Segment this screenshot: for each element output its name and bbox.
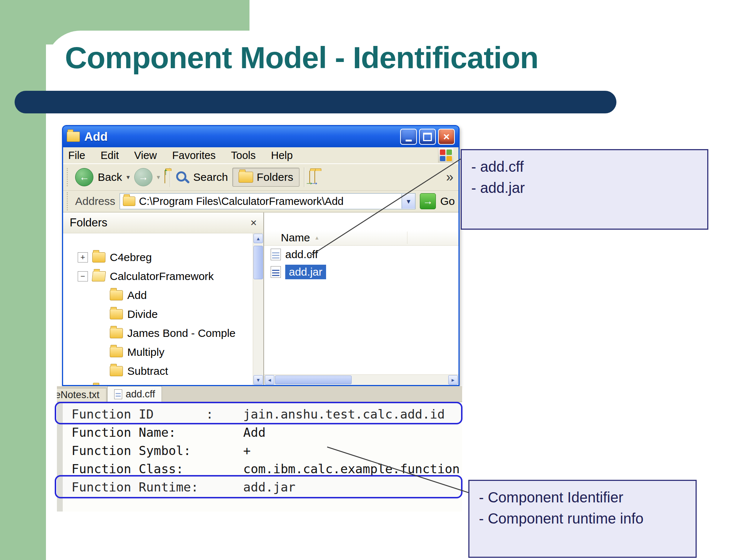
forward-dropdown-caret-icon[interactable]: ▾ — [157, 173, 160, 181]
folders-icon — [239, 172, 253, 183]
tree-item-label: C4ebreg — [110, 251, 152, 264]
tree-item-divide[interactable]: Divide — [63, 305, 253, 324]
window-titlebar[interactable]: Add × — [63, 126, 458, 147]
name-column-header[interactable]: Name ▲ — [264, 230, 458, 246]
tree-item-label: Common Files — [110, 384, 180, 385]
address-folder-icon — [123, 197, 135, 206]
tree-item-label: Add — [127, 289, 147, 302]
vertical-scrollbar[interactable]: ▲ ▼ — [253, 233, 263, 385]
toolbar: ← Back ▾ → ▾ ↑ Search Folders → → » — [63, 164, 458, 191]
tree-item-c4ebreg[interactable]: + C4ebreg — [63, 248, 253, 267]
file-name[interactable]: add.cff — [285, 248, 318, 261]
search-icon — [175, 170, 189, 184]
toolbar-overflow-chevron[interactable]: » — [446, 170, 455, 185]
scroll-right-icon: ► — [451, 377, 456, 383]
toolbar-grip — [67, 168, 69, 186]
cff-file-icon — [271, 249, 281, 260]
scroll-right-button[interactable]: ► — [448, 375, 458, 385]
slide-accent-left-bar — [0, 0, 46, 560]
page-title: Component Model - Identification — [65, 40, 538, 75]
tree-item-subtract[interactable]: Subtract — [63, 362, 253, 381]
address-input[interactable]: C:\Program Files\CalculatorFramework\Add… — [120, 193, 415, 209]
go-button-label[interactable]: Go — [440, 195, 455, 207]
document-icon — [114, 389, 122, 399]
menu-bar: File Edit View Favorites Tools Help — [63, 147, 458, 164]
search-button[interactable]: Search — [193, 171, 228, 183]
folder-icon — [110, 347, 123, 357]
folders-view-button[interactable]: Folders — [232, 168, 299, 187]
tree-item-common-files[interactable]: + Common Files — [63, 381, 253, 385]
scroll-down-icon: ▼ — [256, 377, 261, 383]
scrollbar-thumb[interactable] — [253, 246, 263, 279]
code-line-function-symbol: Function Symbol: + — [71, 442, 462, 460]
address-bar: Address C:\Program Files\CalculatorFrame… — [63, 191, 458, 213]
file-name-selected[interactable]: add.jar — [285, 265, 326, 279]
folders-pane-close-icon[interactable]: × — [250, 217, 257, 228]
callout-component: - Component Identifier - Component runti… — [468, 480, 697, 558]
window-title: Add — [84, 130, 108, 144]
windows-logo-icon — [438, 148, 453, 163]
jar-file-icon — [271, 266, 281, 278]
folders-pane-title: Folders — [70, 216, 107, 229]
menu-favorites[interactable]: Favorites — [172, 149, 216, 162]
tree-item-label: Multiply — [127, 346, 165, 358]
expand-toggle-icon[interactable]: + — [78, 252, 88, 262]
folder-icon — [110, 328, 123, 338]
minimize-button[interactable] — [400, 129, 417, 145]
menu-edit[interactable]: Edit — [101, 149, 119, 162]
callout-line: - Component runtime info — [479, 508, 686, 529]
copy-to-button[interactable]: → — [314, 171, 315, 183]
address-path[interactable]: C:\Program Files\CalculatorFramework\Add — [139, 195, 398, 207]
minimize-icon — [406, 140, 412, 141]
forward-arrow-icon: → — [138, 171, 148, 183]
editor-tab-strip: eNotes.txt add.cff — [57, 386, 462, 402]
tree-item-calculatorframework[interactable]: − CalculatorFramework — [63, 267, 253, 286]
back-dropdown-caret-icon[interactable]: ▾ — [127, 173, 130, 181]
go-button[interactable]: → — [420, 193, 436, 209]
back-button-label[interactable]: Back — [98, 171, 122, 183]
tree-item-label: CalculatorFramework — [110, 270, 214, 283]
explorer-window: Add × File Edit View Favorites Tools Hel… — [62, 125, 460, 386]
callout-line: - add.cff — [471, 156, 698, 177]
scroll-up-button[interactable]: ▲ — [253, 234, 263, 243]
chevron-down-icon: ▾ — [407, 197, 410, 206]
folders-pane-header: Folders × — [63, 213, 263, 233]
menu-help[interactable]: Help — [271, 149, 293, 162]
column-divider[interactable] — [407, 232, 407, 244]
tree-item-label: James Bond - Comple — [127, 327, 236, 339]
menu-file[interactable]: File — [68, 149, 85, 162]
tab-label: add.cff — [126, 389, 155, 400]
tree-item-label: Subtract — [127, 365, 168, 377]
maximize-button[interactable] — [419, 129, 436, 145]
menu-view[interactable]: View — [134, 149, 157, 162]
callout-line: - Component Identifier — [479, 487, 686, 508]
tab-add-cff[interactable]: add.cff — [107, 386, 162, 402]
code-line-function-class: Function Class: com.ibm.calc.example.fun… — [71, 460, 462, 478]
tree-item-james-bond[interactable]: James Bond - Comple — [63, 324, 253, 343]
back-button[interactable]: ← — [75, 168, 93, 186]
file-row-add-jar[interactable]: add.jar — [264, 263, 458, 281]
tree-item-add[interactable]: Add — [63, 286, 253, 305]
up-one-level-button[interactable]: ↑ — [165, 171, 165, 183]
scroll-left-button[interactable]: ◄ — [265, 375, 274, 385]
tab-notes-txt[interactable]: eNotes.txt — [57, 388, 107, 402]
menu-tools[interactable]: Tools — [231, 149, 256, 162]
addressbar-grip — [67, 192, 69, 210]
close-button[interactable]: × — [438, 129, 455, 145]
go-arrow-icon: → — [423, 195, 433, 207]
code-line-function-runtime: Function Runtime: add.jar — [71, 478, 462, 496]
address-dropdown-button[interactable]: ▾ — [402, 194, 415, 209]
file-row-add-cff[interactable]: add.cff — [264, 246, 458, 263]
collapse-toggle-icon[interactable]: − — [78, 271, 88, 281]
open-folder-icon — [92, 271, 106, 281]
scroll-up-icon: ▲ — [256, 236, 261, 241]
scrollbar-thumb[interactable] — [275, 376, 352, 384]
scroll-left-icon: ◄ — [267, 377, 272, 383]
scroll-down-button[interactable]: ▼ — [253, 375, 263, 385]
editor-content[interactable]: Function ID : jain.anshu.test.calc.add.i… — [57, 402, 462, 512]
tree-item-multiply[interactable]: Multiply — [63, 343, 253, 362]
horizontal-scrollbar[interactable]: ◄ ► — [264, 374, 458, 385]
forward-button[interactable]: → — [134, 168, 152, 186]
folder-icon — [110, 309, 123, 319]
folder-tree: + C4ebreg − CalculatorFramework Add — [63, 233, 253, 385]
